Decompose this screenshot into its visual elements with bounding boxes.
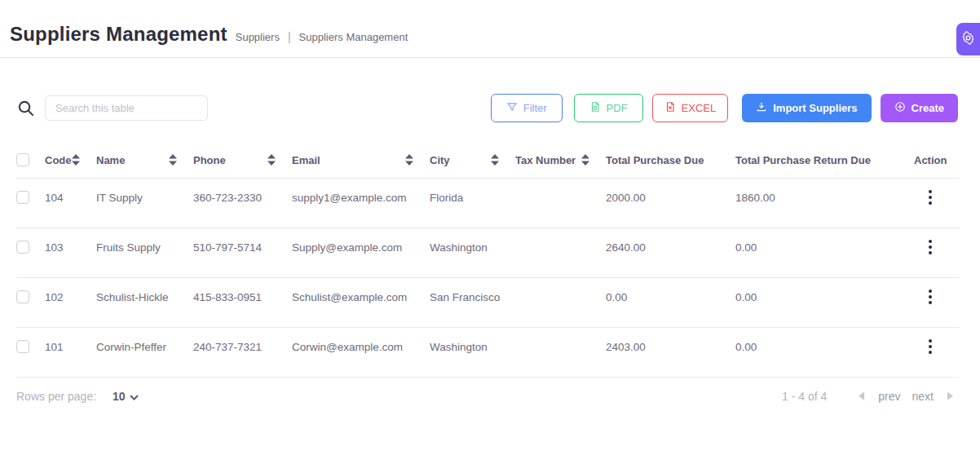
row-actions-menu-button[interactable]	[920, 237, 940, 258]
kebab-dot	[929, 251, 932, 254]
sort-icon[interactable]	[267, 154, 276, 166]
kebab-dot	[929, 196, 932, 199]
sort-icon[interactable]	[169, 154, 177, 166]
row-checkbox[interactable]	[16, 340, 29, 353]
chevron-right-icon	[947, 391, 954, 403]
column-header-total-purchase-due: Total Purchase Due	[606, 146, 735, 179]
cell-email: Corwin@example.com	[292, 328, 430, 378]
rows-per-page-select[interactable]: 10	[113, 390, 139, 403]
cell-phone: 510-797-5714	[193, 228, 292, 278]
settings-button[interactable]	[956, 23, 980, 55]
suppliers-table-wrap: CodeNamePhoneEmailCityTax NumberTotal Pu…	[0, 146, 980, 378]
rows-per-page-value: 10	[113, 390, 126, 403]
column-header-city[interactable]: City	[430, 146, 515, 179]
row-checkbox[interactable]	[16, 191, 29, 204]
kebab-dot	[929, 339, 932, 343]
rows-per-page-label: Rows per page:	[16, 390, 96, 403]
column-header-total-purchase-return-due: Total Purchase Return Due	[735, 146, 914, 179]
cell-name: Schulist-Hickle	[96, 278, 193, 328]
funnel-icon	[506, 101, 518, 115]
cell-email: supply1@example.com	[292, 179, 430, 228]
cell-city: Florida	[430, 179, 515, 228]
column-label: City	[430, 154, 450, 166]
kebab-dot	[929, 351, 932, 354]
cell-city: Washington	[430, 228, 515, 278]
cell-name: Fruits Supply	[96, 228, 193, 278]
select-all-checkbox[interactable]	[16, 153, 29, 166]
cell-name: IT Supply	[96, 179, 193, 228]
row-checkbox[interactable]	[16, 241, 29, 254]
create-button-label: Create	[912, 102, 944, 114]
filter-button[interactable]: Filter	[491, 94, 563, 122]
column-label: Tax Number	[515, 154, 576, 166]
chevron-left-icon	[858, 391, 865, 403]
column-header-email[interactable]: Email	[292, 146, 430, 179]
cell-total-purchase-due: 2000.00	[606, 179, 735, 228]
cell-tax-number	[515, 278, 606, 328]
kebab-dot	[929, 290, 932, 293]
cell-phone: 360-723-2330	[193, 179, 292, 228]
breadcrumb-separator: |	[288, 30, 291, 43]
sort-icon[interactable]	[405, 154, 413, 166]
cell-tax-number	[515, 328, 606, 378]
sort-icon[interactable]	[72, 154, 80, 166]
cell-phone: 415-833-0951	[193, 278, 292, 328]
kebab-dot	[929, 190, 932, 193]
pdf-file-icon	[589, 101, 601, 115]
breadcrumb-item-suppliers-management: Suppliers Management	[299, 31, 408, 43]
sort-icon[interactable]	[491, 154, 499, 166]
column-header-name[interactable]: Name	[96, 146, 193, 179]
cell-phone: 240-737-7321	[193, 328, 292, 378]
excel-export-button[interactable]: EXCEL	[652, 94, 729, 122]
column-label: Name	[96, 154, 125, 166]
prev-page-button[interactable]: prev	[878, 390, 900, 403]
create-button[interactable]: Create	[881, 94, 958, 122]
pdf-button-label: PDF	[607, 102, 628, 114]
pagination: 1 - 4 of 4 prev next	[782, 390, 956, 403]
cell-tax-number	[515, 179, 606, 228]
cell-code: 101	[45, 328, 96, 378]
plus-circle-icon	[894, 101, 906, 115]
first-page-arrow[interactable]	[856, 391, 867, 403]
column-header-tax-number[interactable]: Tax Number	[515, 146, 606, 179]
gear-icon	[961, 31, 975, 47]
sort-icon[interactable]	[581, 154, 589, 166]
pdf-export-button[interactable]: PDF	[574, 94, 643, 122]
kebab-dot	[929, 201, 932, 205]
breadcrumb-item-suppliers[interactable]: Suppliers	[236, 31, 280, 43]
search-icon	[16, 99, 35, 117]
download-icon	[756, 101, 767, 115]
table-row: 101Corwin-Pfeffer240-737-7321Corwin@exam…	[16, 328, 960, 378]
next-page-button[interactable]: next	[912, 390, 934, 403]
excel-button-label: EXCEL	[682, 102, 717, 114]
kebab-dot	[929, 345, 932, 348]
last-page-arrow[interactable]	[945, 391, 956, 403]
breadcrumb: Suppliers | Suppliers Management	[236, 30, 408, 43]
column-label: Code	[45, 154, 72, 166]
table-toolbar: Filter PDF EXCEL Imp	[0, 94, 980, 122]
table-row: 104IT Supply360-723-2330supply1@example.…	[16, 179, 960, 228]
pagination-range: 1 - 4 of 4	[782, 390, 827, 403]
cell-total-purchase-return-due: 1860.00	[735, 179, 914, 228]
import-button-label: Import Suppliers	[773, 102, 857, 114]
cell-total-purchase-due: 2403.00	[606, 328, 735, 378]
column-label: Phone	[193, 154, 226, 166]
import-suppliers-button[interactable]: Import Suppliers	[742, 94, 871, 122]
cell-total-purchase-due: 2640.00	[606, 228, 735, 278]
cell-total-purchase-return-due: 0.00	[735, 228, 914, 278]
kebab-dot	[929, 240, 932, 243]
cell-email: Schulist@example.com	[292, 278, 430, 328]
page-header: Suppliers Management Suppliers | Supplie…	[0, 0, 980, 58]
column-header-action: Action	[914, 146, 960, 179]
column-header-code[interactable]: Code	[45, 146, 96, 179]
suppliers-table: CodeNamePhoneEmailCityTax NumberTotal Pu…	[16, 146, 960, 378]
row-actions-menu-button[interactable]	[920, 286, 940, 307]
row-actions-menu-button[interactable]	[920, 187, 940, 208]
column-label: Email	[292, 154, 320, 166]
search-input[interactable]	[45, 95, 208, 121]
row-actions-menu-button[interactable]	[920, 336, 940, 357]
column-header-phone[interactable]: Phone	[193, 146, 292, 179]
row-checkbox[interactable]	[16, 290, 29, 303]
table-header-row: CodeNamePhoneEmailCityTax NumberTotal Pu…	[16, 146, 960, 179]
cell-code: 104	[45, 179, 96, 228]
